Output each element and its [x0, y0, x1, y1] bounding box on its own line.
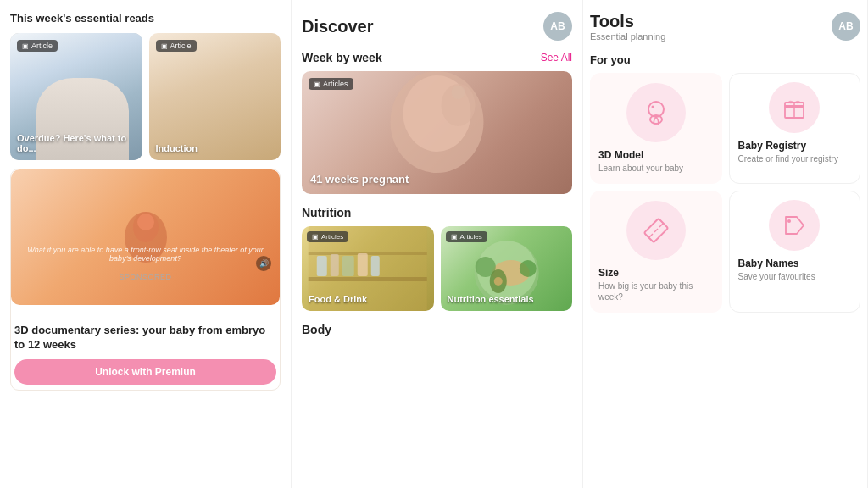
names-icon	[782, 213, 807, 238]
nutrition-badge: ▣ Articles	[446, 231, 487, 242]
svg-line-30	[654, 229, 658, 232]
sponsored-label: SPONSORED	[11, 271, 280, 283]
doc-title: 3D documentary series: your baby from em…	[14, 324, 276, 352]
week-badge-icon: ▣	[314, 80, 320, 88]
tool-name-names: Baby Names	[738, 258, 852, 269]
size-icon	[641, 215, 671, 246]
svg-rect-10	[309, 252, 427, 255]
tool-desc-3d: Learn about your baby	[598, 163, 683, 174]
see-all-link[interactable]: See All	[541, 52, 572, 64]
svg-point-7	[452, 86, 465, 99]
names-icon-circle	[769, 200, 820, 251]
tool-card-size[interactable]: Size How big is your baby this week?	[590, 191, 722, 313]
discover-avatar[interactable]: AB	[543, 12, 572, 41]
3d-model-icon-circle	[626, 83, 686, 142]
svg-line-31	[659, 224, 663, 227]
tools-header: Tools Essential planning AB	[590, 12, 860, 50]
tool-name-3d: 3D Model	[598, 149, 643, 161]
svg-point-22	[493, 277, 502, 286]
nutrition-badge-icon: ▣	[451, 233, 458, 241]
tools-title-group: Tools Essential planning	[590, 12, 665, 50]
registry-icon-circle	[769, 82, 820, 133]
article-badge-2: ▣ Article	[156, 40, 197, 52]
tools-title: Tools	[590, 12, 665, 31]
tool-desc-names: Save your favourites	[738, 271, 852, 282]
svg-rect-12	[331, 254, 339, 276]
card-caption-2: Induction	[156, 143, 275, 153]
size-icon-circle	[626, 201, 686, 260]
panel-essential-reads: This week's essential reads ▣ Article Ov…	[0, 0, 292, 488]
tool-name-registry: Baby Registry	[738, 140, 852, 152]
sponsored-text: What if you are able to have a front-row…	[19, 246, 271, 263]
food-caption: Food & Drink	[309, 294, 367, 304]
week-section-header: Week by week See All	[302, 51, 572, 64]
body-section-title: Body	[302, 323, 331, 336]
article-card-overdue[interactable]: ▣ Article Overdue? Here's what to do...	[10, 33, 142, 160]
svg-rect-15	[371, 256, 380, 276]
sponsored-card: What if you are able to have a front-row…	[10, 169, 281, 391]
unlock-button[interactable]: Unlock with Premiun	[14, 359, 276, 385]
svg-line-29	[649, 234, 653, 237]
food-badge-icon: ▣	[312, 233, 319, 241]
week-section-title: Week by week	[302, 51, 382, 64]
svg-point-2	[137, 214, 154, 230]
nutrition-title: Nutrition	[302, 206, 351, 219]
svg-rect-11	[317, 256, 327, 276]
panel-discover: Discover AB Week by week See All ▣ Artic…	[292, 0, 583, 488]
article-badge-1: ▣ Article	[17, 40, 58, 52]
tool-card-registry[interactable]: Baby Registry Create or find your regist…	[729, 73, 861, 184]
nutrition-card-essentials[interactable]: ▣ Articles Nutrition essentials	[441, 226, 573, 311]
tool-desc-size: How big is your baby this week?	[598, 280, 714, 302]
volume-icon[interactable]: 🔊	[256, 256, 271, 271]
card-caption-1: Overdue? Here's what to do...	[17, 133, 136, 153]
registry-icon	[782, 95, 807, 120]
nutrition-cards: ▣ Articles Food & Drink	[302, 226, 572, 311]
svg-point-20	[519, 260, 536, 277]
svg-point-25	[651, 106, 654, 108]
week-card-badge: ▣ Articles	[309, 78, 353, 90]
article-icon-2: ▣	[161, 42, 168, 50]
nutrition-card-food[interactable]: ▣ Articles Food & Drink	[302, 226, 434, 311]
tools-grid: 3D Model Learn about your baby Baby Regi…	[590, 73, 860, 313]
week-card[interactable]: ▣ Articles 41 weeks pregnant	[302, 71, 572, 194]
discover-header: Discover AB	[302, 12, 572, 41]
section-title: This week's essential reads	[10, 12, 281, 25]
week-card-caption: 41 weeks pregnant	[310, 173, 409, 186]
svg-point-32	[787, 219, 791, 223]
for-you-title: For you	[590, 53, 860, 66]
nutrition-header: Nutrition	[302, 206, 572, 219]
discover-title: Discover	[302, 17, 374, 36]
tool-card-names[interactable]: Baby Names Save your favourites	[729, 191, 861, 313]
tool-desc-registry: Create or find your registry	[738, 153, 852, 164]
panel-tools: Tools Essential planning AB For you 3D M…	[583, 0, 868, 488]
tool-card-3d-model[interactable]: 3D Model Learn about your baby	[590, 73, 722, 184]
3d-model-icon	[641, 97, 671, 128]
food-badge: ▣ Articles	[307, 231, 348, 242]
body-header: Body	[302, 323, 572, 336]
article-card-induction[interactable]: ▣ Article Induction	[149, 33, 281, 160]
doc-info: 3D documentary series: your baby from em…	[11, 317, 280, 390]
svg-rect-13	[342, 256, 354, 276]
article-icon-1: ▣	[22, 42, 29, 50]
tools-avatar[interactable]: AB	[832, 12, 860, 41]
nutrition-caption: Nutrition essentials	[448, 294, 534, 304]
tools-subtitle: Essential planning	[590, 31, 665, 42]
article-cards-row: ▣ Article Overdue? Here's what to do... …	[10, 33, 281, 160]
tool-name-size: Size	[598, 267, 619, 279]
svg-rect-9	[309, 277, 427, 281]
svg-rect-14	[358, 253, 368, 276]
